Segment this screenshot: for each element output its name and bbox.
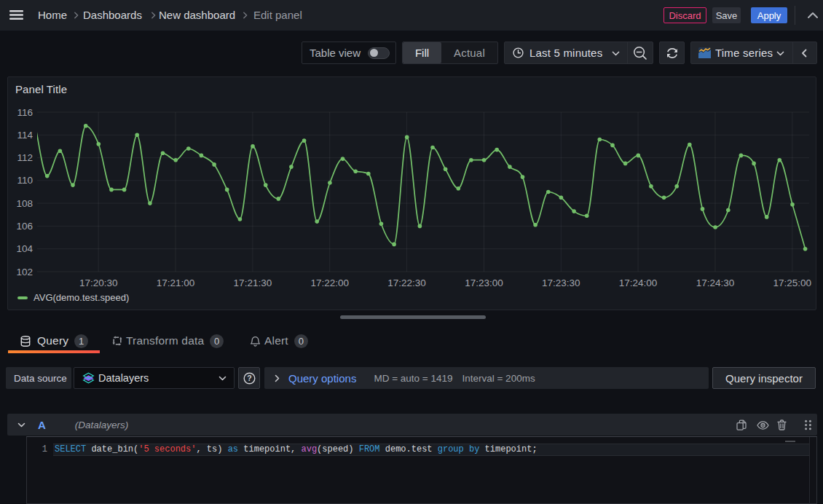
svg-text:17:23:30: 17:23:30 (542, 277, 580, 288)
svg-text:104: 104 (16, 243, 33, 254)
svg-text:17:25:00: 17:25:00 (773, 277, 812, 288)
svg-text:116: 116 (17, 107, 33, 118)
svg-text:17:22:30: 17:22:30 (387, 277, 426, 288)
svg-text:17:21:30: 17:21:30 (234, 277, 272, 288)
svg-text:112: 112 (17, 152, 33, 163)
svg-text:17:24:30: 17:24:30 (696, 277, 735, 288)
svg-text:17:24:00: 17:24:00 (619, 277, 658, 288)
svg-text:17:23:00: 17:23:00 (465, 277, 503, 288)
svg-text:?: ? (247, 374, 251, 382)
svg-text:106: 106 (16, 221, 33, 232)
svg-text:110: 110 (17, 175, 33, 186)
svg-text:114: 114 (17, 130, 33, 141)
svg-text:17:20:30: 17:20:30 (79, 277, 118, 288)
svg-text:17:21:00: 17:21:00 (157, 277, 195, 288)
svg-text:108: 108 (16, 198, 33, 209)
svg-text:17:22:00: 17:22:00 (310, 277, 349, 288)
svg-text:102: 102 (16, 267, 33, 277)
